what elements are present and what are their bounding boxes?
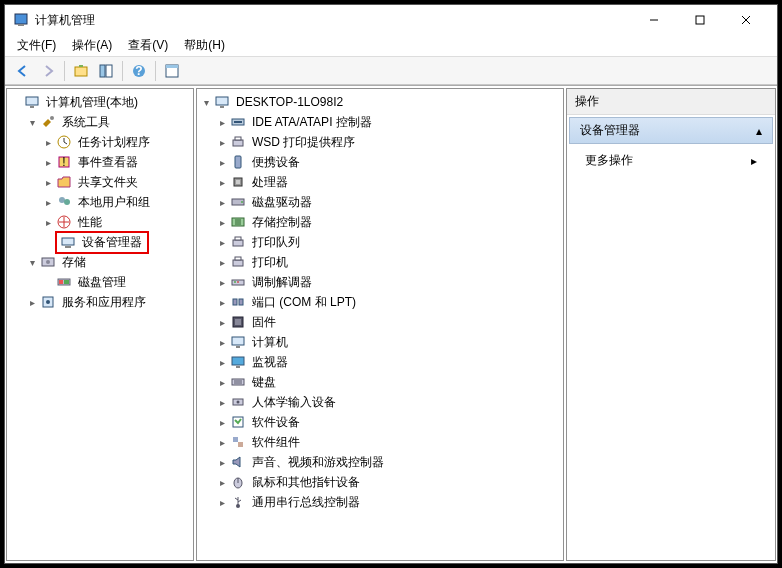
expander-icon[interactable]: ▸ — [215, 415, 229, 429]
console-tree[interactable]: 计算机管理(本地) ▾ 系统工具 ▸ 任务计划程序 ▸ ! 事件查看器 — [6, 88, 194, 561]
device-category[interactable]: ▸处理器 — [199, 172, 561, 192]
device-category-label: 便携设备 — [249, 153, 303, 172]
menu-view[interactable]: 查看(V) — [120, 35, 176, 56]
tree-item-performance[interactable]: ▸ 性能 — [9, 212, 191, 232]
device-category[interactable]: ▸打印队列 — [199, 232, 561, 252]
collapse-icon[interactable]: ▴ — [756, 124, 762, 138]
show-hide-tree-button[interactable] — [94, 59, 118, 83]
device-category-label: 软件组件 — [249, 433, 303, 452]
minimize-button[interactable] — [631, 5, 677, 35]
tree-item-label: 性能 — [75, 213, 105, 232]
expander-icon[interactable]: ▸ — [215, 475, 229, 489]
device-category-label: 通用串行总线控制器 — [249, 493, 363, 512]
device-category[interactable]: ▸端口 (COM 和 LPT) — [199, 292, 561, 312]
expander-icon[interactable]: ▸ — [41, 215, 55, 229]
expander-icon[interactable]: ▸ — [215, 195, 229, 209]
svg-rect-22 — [62, 238, 74, 245]
actions-more[interactable]: 更多操作 ▸ — [567, 146, 775, 175]
device-tree[interactable]: ▾ DESKTOP-1LO98I2 ▸IDE ATA/ATAPI 控制器▸WSD… — [196, 88, 564, 561]
actions-section-device-manager[interactable]: 设备管理器 ▴ — [569, 117, 773, 144]
expander-icon[interactable]: ▸ — [215, 175, 229, 189]
up-button[interactable] — [69, 59, 93, 83]
expander-icon[interactable]: ▸ — [41, 195, 55, 209]
disk-icon — [56, 274, 72, 290]
help-button[interactable]: ? — [127, 59, 151, 83]
tree-item-local-users[interactable]: ▸ 本地用户和组 — [9, 192, 191, 212]
expander-icon[interactable]: ▸ — [25, 295, 39, 309]
chevron-right-icon: ▸ — [751, 154, 757, 168]
tree-group-label: 服务和应用程序 — [59, 293, 149, 312]
device-mgr-icon — [60, 234, 76, 250]
expander-icon[interactable]: ▸ — [41, 155, 55, 169]
expander-icon[interactable]: ▸ — [215, 215, 229, 229]
tree-item-event-viewer[interactable]: ▸ ! 事件查看器 — [9, 152, 191, 172]
expander-icon[interactable]: ▸ — [215, 315, 229, 329]
forward-button[interactable] — [36, 59, 60, 83]
expander-icon[interactable]: ▸ — [215, 135, 229, 149]
properties-button[interactable] — [160, 59, 184, 83]
device-root-label: DESKTOP-1LO98I2 — [233, 94, 346, 110]
tree-group-storage[interactable]: ▾ 存储 — [9, 252, 191, 272]
device-category[interactable]: ▸便携设备 — [199, 152, 561, 172]
device-category[interactable]: ▸声音、视频和游戏控制器 — [199, 452, 561, 472]
expander-icon[interactable]: ▸ — [215, 395, 229, 409]
svg-rect-12 — [166, 65, 178, 68]
device-category[interactable]: ▸固件 — [199, 312, 561, 332]
device-category[interactable]: ▸计算机 — [199, 332, 561, 352]
expander-icon[interactable]: ▸ — [215, 355, 229, 369]
device-category[interactable]: ▸通用串行总线控制器 — [199, 492, 561, 512]
expander-icon[interactable]: ▸ — [41, 175, 55, 189]
expander-icon[interactable]: ▸ — [215, 155, 229, 169]
expander-icon[interactable]: ▸ — [215, 235, 229, 249]
expander-icon[interactable]: ▸ — [215, 115, 229, 129]
tree-item-disk-management[interactable]: 磁盘管理 — [9, 272, 191, 292]
svg-rect-45 — [233, 260, 243, 266]
device-category[interactable]: ▸软件设备 — [199, 412, 561, 432]
expander-icon[interactable]: ▾ — [25, 115, 39, 129]
device-category[interactable]: ▸监视器 — [199, 352, 561, 372]
device-category[interactable]: ▸打印机 — [199, 252, 561, 272]
actions-section-label: 设备管理器 — [580, 122, 640, 139]
maximize-button[interactable] — [677, 5, 723, 35]
tree-group-system-tools[interactable]: ▾ 系统工具 — [9, 112, 191, 132]
tree-item-device-manager[interactable]: 设备管理器 — [9, 232, 191, 252]
device-category[interactable]: ▸键盘 — [199, 372, 561, 392]
expander-icon[interactable]: ▸ — [215, 435, 229, 449]
svg-point-60 — [237, 401, 240, 404]
device-root[interactable]: ▾ DESKTOP-1LO98I2 — [199, 92, 561, 112]
expander-icon[interactable]: ▸ — [215, 455, 229, 469]
device-category[interactable]: ▸鼠标和其他指针设备 — [199, 472, 561, 492]
folder-share-icon — [56, 174, 72, 190]
device-category-label: 声音、视频和游戏控制器 — [249, 453, 387, 472]
soft-dev-icon — [230, 414, 246, 430]
expander-icon[interactable]: ▸ — [215, 495, 229, 509]
device-category[interactable]: ▸存储控制器 — [199, 212, 561, 232]
device-category[interactable]: ▸人体学输入设备 — [199, 392, 561, 412]
tree-item-shared-folders[interactable]: ▸ 共享文件夹 — [9, 172, 191, 192]
expander-icon[interactable]: ▸ — [215, 255, 229, 269]
device-category[interactable]: ▸软件组件 — [199, 432, 561, 452]
tree-group-services[interactable]: ▸ 服务和应用程序 — [9, 292, 191, 312]
device-category[interactable]: ▸IDE ATA/ATAPI 控制器 — [199, 112, 561, 132]
expander-icon[interactable]: ▾ — [199, 95, 213, 109]
menu-action[interactable]: 操作(A) — [64, 35, 120, 56]
device-category[interactable]: ▸磁盘驱动器 — [199, 192, 561, 212]
svg-rect-58 — [232, 379, 244, 385]
svg-point-15 — [50, 116, 54, 120]
menu-file[interactable]: 文件(F) — [9, 35, 64, 56]
device-category[interactable]: ▸调制解调器 — [199, 272, 561, 292]
device-category-label: 打印队列 — [249, 233, 303, 252]
expander-icon[interactable]: ▸ — [215, 335, 229, 349]
close-button[interactable] — [723, 5, 769, 35]
menu-help[interactable]: 帮助(H) — [176, 35, 233, 56]
expander-icon[interactable]: ▸ — [215, 375, 229, 389]
device-category[interactable]: ▸WSD 打印提供程序 — [199, 132, 561, 152]
back-button[interactable] — [11, 59, 35, 83]
expander-icon[interactable]: ▸ — [215, 275, 229, 289]
expander-icon[interactable]: ▸ — [215, 295, 229, 309]
tree-item-task-scheduler[interactable]: ▸ 任务计划程序 — [9, 132, 191, 152]
expander-icon[interactable]: ▾ — [25, 255, 39, 269]
svg-rect-54 — [232, 337, 244, 345]
expander-icon[interactable]: ▸ — [41, 135, 55, 149]
tree-root[interactable]: 计算机管理(本地) — [9, 92, 191, 112]
